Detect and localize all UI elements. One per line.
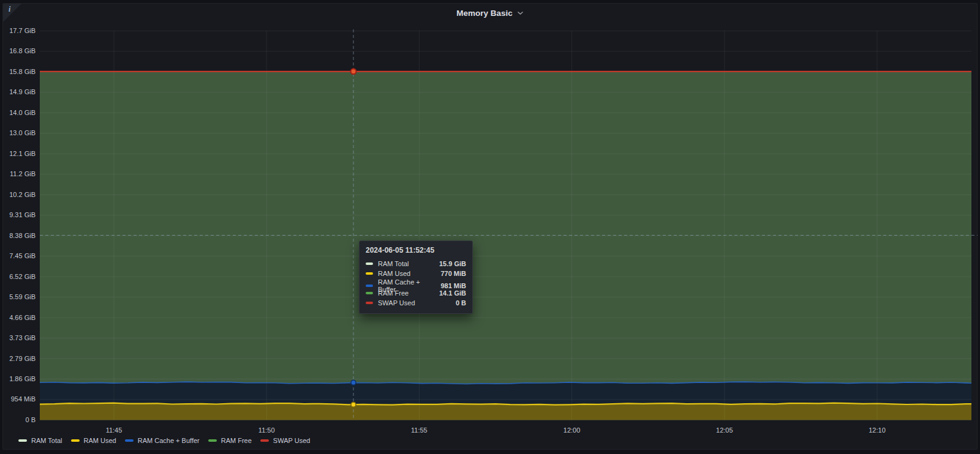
y-axis-label: 15.8 GiB	[0, 68, 36, 76]
tooltip-swatch	[366, 262, 373, 265]
y-axis-label: 8.38 GiB	[0, 232, 36, 240]
area-ram-used	[40, 403, 971, 420]
legend-swatch	[71, 439, 80, 442]
tooltip-value: 0 B	[452, 299, 466, 307]
memory-chart[interactable]	[0, 0, 980, 454]
y-axis-label: 12.1 GiB	[0, 150, 36, 158]
chart-tooltip: 2024-06-05 11:52:45 RAM Total15.9 GiBRAM…	[359, 240, 473, 314]
tooltip-value: 770 MiB	[437, 270, 466, 277]
tooltip-swatch	[366, 285, 373, 287]
legend-item[interactable]: RAM Free	[208, 437, 252, 444]
tooltip-row: RAM Used770 MiB	[366, 269, 466, 278]
tooltip-label: RAM Total	[378, 260, 435, 267]
y-axis-label: 954 MiB	[0, 395, 36, 403]
y-axis-label: 6.52 GiB	[0, 273, 36, 281]
hover-point-used	[351, 402, 356, 407]
y-axis-label: 14.9 GiB	[0, 88, 36, 96]
y-axis-label: 7.45 GiB	[0, 252, 36, 260]
hover-point-swap	[351, 69, 356, 74]
x-axis-label: 12:05	[703, 426, 746, 434]
legend-swatch	[260, 439, 269, 442]
legend-item[interactable]: RAM Cache + Buffer	[125, 437, 200, 444]
tooltip-row: RAM Total15.9 GiB	[366, 259, 466, 269]
panel-header[interactable]: Memory Basic	[0, 4, 980, 22]
tooltip-swatch	[366, 292, 373, 294]
tooltip-value: 981 MiB	[437, 282, 466, 289]
legend-label: RAM Total	[31, 437, 62, 444]
y-axis-label: 14.0 GiB	[0, 109, 36, 117]
tooltip-timestamp: 2024-06-05 11:52:45	[366, 246, 466, 255]
y-axis-label: 16.8 GiB	[0, 47, 36, 55]
panel-title: Memory Basic	[456, 9, 513, 18]
x-axis-label: 11:50	[245, 426, 288, 434]
y-axis-label: 9.31 GiB	[0, 211, 36, 219]
tooltip-value: 14.1 GiB	[435, 289, 466, 297]
x-axis-label: 12:00	[551, 426, 594, 434]
legend-item[interactable]: RAM Used	[71, 437, 116, 444]
legend-item[interactable]: SWAP Used	[260, 437, 311, 444]
tooltip-row: SWAP Used0 B	[366, 298, 466, 308]
tooltip-label: RAM Free	[378, 289, 435, 297]
legend-label: RAM Cache + Buffer	[138, 437, 200, 444]
y-axis-label: 4.66 GiB	[0, 314, 36, 322]
info-icon: i	[9, 5, 10, 14]
legend-swatch	[125, 439, 134, 442]
tooltip-swatch	[366, 302, 373, 304]
x-axis-label: 11:55	[398, 426, 440, 434]
y-axis-label: 3.73 GiB	[0, 334, 36, 342]
area-ram-free	[40, 72, 971, 384]
x-axis-label: 11:45	[92, 426, 135, 434]
chevron-down-icon	[517, 11, 524, 15]
y-axis-label: 10.2 GiB	[0, 191, 36, 199]
legend-label: SWAP Used	[273, 437, 311, 444]
legend-item[interactable]: RAM Total	[18, 437, 62, 444]
y-axis-label: 2.79 GiB	[0, 355, 36, 363]
legend-swatch	[18, 439, 27, 442]
legend-swatch	[208, 439, 217, 442]
tooltip-label: RAM Used	[378, 270, 437, 277]
legend-label: RAM Free	[221, 437, 252, 444]
tooltip-swatch	[366, 272, 373, 275]
tooltip-row: RAM Free14.1 GiB	[366, 288, 466, 298]
legend-label: RAM Used	[84, 437, 116, 444]
tooltip-value: 15.9 GiB	[435, 260, 466, 267]
y-axis-label: 5.59 GiB	[0, 293, 36, 301]
y-axis-label: 1.86 GiB	[0, 375, 36, 383]
hover-point-cache	[351, 380, 356, 385]
tooltip-row: RAM Cache + Buffer981 MiB	[366, 278, 466, 288]
x-axis-label: 12:10	[856, 426, 899, 434]
y-axis-label: 11.2 GiB	[0, 170, 36, 178]
legend: RAM TotalRAM UsedRAM Cache + BufferRAM F…	[18, 437, 310, 444]
tooltip-label: SWAP Used	[378, 299, 452, 307]
y-axis-label: 13.0 GiB	[0, 129, 36, 137]
y-axis-label: 17.7 GiB	[0, 27, 36, 35]
y-axis-label: 0 B	[0, 416, 36, 424]
area-ram-cache-buffer	[40, 382, 971, 405]
